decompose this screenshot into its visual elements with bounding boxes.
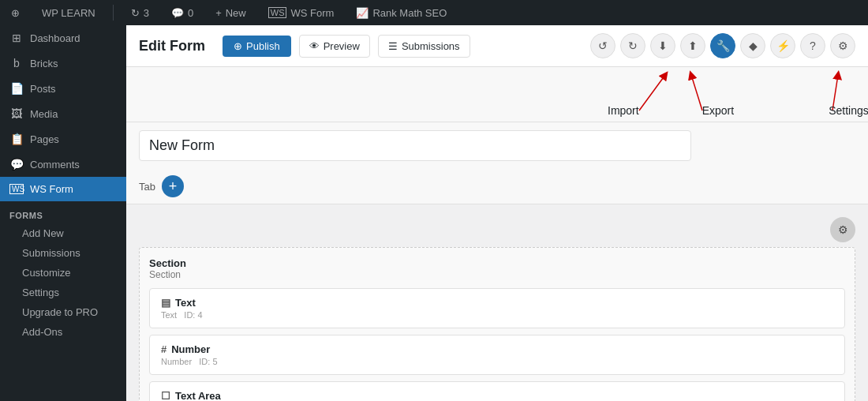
preview-button[interactable]: 👁 Preview bbox=[299, 35, 370, 58]
text-field-icon: ▤ bbox=[161, 297, 170, 309]
admin-bar: ⊕ WP LEARN ↻ 3 💬 0 + New WS WS Form 📈 Ra… bbox=[0, 0, 868, 25]
add-ons-label: Add-Ons bbox=[22, 326, 62, 338]
submissions-label: Submissions bbox=[402, 40, 460, 52]
admin-bar-updates[interactable]: ↻ 3 bbox=[126, 0, 154, 25]
page-title: Edit Form bbox=[139, 38, 205, 54]
form-name-input[interactable] bbox=[139, 130, 691, 161]
field-name-number: # Number bbox=[161, 343, 833, 355]
admin-bar-ws-form[interactable]: WS WS Form bbox=[264, 0, 339, 25]
posts-icon: 📄 bbox=[9, 82, 24, 95]
number-field-icon: # bbox=[161, 343, 166, 355]
posts-label: Posts bbox=[30, 83, 56, 95]
redo-button[interactable]: ↻ bbox=[620, 33, 645, 58]
ws-icon: WS bbox=[268, 7, 287, 18]
section-subtitle: Section bbox=[149, 269, 845, 280]
admin-bar-new[interactable]: + New bbox=[211, 0, 251, 25]
annotation-area: Import Export Settings bbox=[126, 67, 868, 122]
sidebar-item-add-new[interactable]: Add New bbox=[0, 223, 126, 243]
preview-label: Preview bbox=[324, 40, 360, 52]
sidebar: ⊞ Dashboard b Bricks 📄 Posts 🖼 Media 📋 P… bbox=[0, 0, 126, 401]
header-icons: ↺ ↻ ⬇ ⬆ 🔧 ◆ ⚡ ? ⚙ bbox=[590, 33, 855, 58]
textarea-field-icon: ☐ bbox=[161, 390, 170, 401]
publish-label: Publish bbox=[246, 40, 280, 52]
comments-icon: 💬 bbox=[171, 7, 184, 19]
comments-count: 0 bbox=[188, 7, 193, 19]
section-header: Section Section bbox=[149, 257, 845, 280]
undo-button[interactable]: ↺ bbox=[590, 33, 615, 58]
undo-icon: ↺ bbox=[598, 39, 608, 52]
import-button[interactable]: ⬇ bbox=[650, 33, 675, 58]
updates-icon: ↻ bbox=[131, 7, 140, 19]
publish-button[interactable]: ⊕ Publish bbox=[223, 36, 291, 57]
sidebar-item-customize[interactable]: Customize bbox=[0, 263, 126, 283]
bricks-label: Bricks bbox=[30, 58, 58, 69]
field-name-text: ▤ Text bbox=[161, 297, 833, 309]
help-icon: ? bbox=[810, 39, 816, 52]
comments-sidebar-icon: 💬 bbox=[9, 158, 24, 171]
form-section: Section Section ▤ Text Text ID: 4 # Numb… bbox=[139, 247, 855, 401]
import-icon: ⬇ bbox=[658, 39, 668, 52]
number-field-meta: Number ID: 5 bbox=[161, 357, 833, 366]
ws-form-sidebar-icon: WS bbox=[9, 184, 24, 194]
form-field-textarea[interactable]: ☐ Text Area Text Area ID: 6 bbox=[149, 381, 845, 401]
settings-button[interactable]: ⚙ bbox=[830, 33, 855, 58]
new-label: New bbox=[226, 7, 246, 19]
help-button[interactable]: ? bbox=[800, 33, 825, 58]
ws-form-label: WS Form bbox=[290, 7, 334, 19]
wrench-icon: 🔧 bbox=[716, 39, 730, 52]
sidebar-item-media[interactable]: 🖼 Media bbox=[0, 101, 126, 126]
sidebar-item-pages[interactable]: 📋 Pages bbox=[0, 126, 126, 152]
lightning-button[interactable]: ⚡ bbox=[770, 33, 795, 58]
filter-icon: ◆ bbox=[749, 39, 758, 52]
sidebar-item-settings[interactable]: Settings bbox=[0, 283, 126, 302]
add-new-label: Add New bbox=[22, 227, 64, 239]
customize-label: Customize bbox=[22, 267, 70, 279]
submissions-button[interactable]: ☰ Submissions bbox=[378, 35, 470, 58]
dashboard-icon: ⊞ bbox=[9, 32, 24, 44]
pages-label: Pages bbox=[30, 133, 59, 145]
comments-label: Comments bbox=[30, 159, 80, 171]
site-name-label: WP LEARN bbox=[42, 7, 95, 19]
section-gear-icon: ⚙ bbox=[838, 223, 848, 236]
form-field-number[interactable]: # Number Number ID: 5 bbox=[149, 335, 845, 375]
export-button[interactable]: ⬆ bbox=[680, 33, 705, 58]
import-annotation: Import bbox=[608, 104, 639, 117]
main-content: Edit Form ⊕ Publish 👁 Preview ☰ Submissi… bbox=[126, 0, 868, 401]
sidebar-item-upgrade[interactable]: Upgrade to PRO bbox=[0, 302, 126, 322]
edit-form-header: Edit Form ⊕ Publish 👁 Preview ☰ Submissi… bbox=[126, 25, 868, 67]
plus-icon: + bbox=[215, 7, 222, 19]
admin-bar-comments[interactable]: 💬 0 bbox=[166, 0, 198, 25]
section-gear-button[interactable]: ⚙ bbox=[830, 217, 855, 242]
forms-section-title: Forms bbox=[0, 201, 126, 223]
plus-tab-icon: + bbox=[169, 179, 178, 193]
lightning-icon: ⚡ bbox=[776, 39, 790, 52]
add-tab-button[interactable]: + bbox=[162, 175, 184, 197]
form-name-bar bbox=[126, 122, 868, 169]
redo-icon: ↻ bbox=[628, 39, 638, 52]
form-field-text[interactable]: ▤ Text Text ID: 4 bbox=[149, 288, 845, 328]
export-icon: ⬆ bbox=[688, 39, 698, 52]
section-name: Section bbox=[149, 257, 845, 269]
form-canvas: ⚙ Section Section ▤ Text Text ID: 4 # Nu… bbox=[126, 204, 868, 401]
sidebar-item-dashboard[interactable]: ⊞ Dashboard bbox=[0, 25, 126, 51]
sidebar-item-bricks[interactable]: b Bricks bbox=[0, 51, 126, 76]
admin-bar-site-name[interactable]: WP LEARN bbox=[37, 0, 100, 25]
admin-bar-wp-logo[interactable]: ⊕ bbox=[6, 0, 24, 25]
admin-bar-divider-1 bbox=[113, 5, 114, 21]
wp-logo-icon: ⊕ bbox=[11, 7, 20, 19]
sidebar-item-posts[interactable]: 📄 Posts bbox=[0, 76, 126, 101]
pages-icon: 📋 bbox=[9, 133, 24, 145]
admin-bar-rank-math[interactable]: 📈 Rank Math SEO bbox=[351, 0, 451, 25]
filter-button[interactable]: ◆ bbox=[740, 33, 765, 58]
sidebar-item-submissions[interactable]: Submissions bbox=[0, 243, 126, 263]
wrench-button[interactable]: 🔧 bbox=[710, 33, 735, 58]
upgrade-label: Upgrade to PRO bbox=[22, 306, 98, 318]
text-field-meta: Text ID: 4 bbox=[161, 310, 833, 320]
tab-bar: Tab + bbox=[126, 169, 868, 204]
rank-math-icon: 📈 bbox=[356, 7, 369, 19]
tab-label: Tab bbox=[139, 181, 155, 193]
sidebar-item-add-ons[interactable]: Add-Ons bbox=[0, 322, 126, 342]
text-field-label: Text bbox=[175, 297, 196, 309]
sidebar-item-comments[interactable]: 💬 Comments bbox=[0, 152, 126, 177]
sidebar-item-ws-form[interactable]: WS WS Form bbox=[0, 177, 126, 201]
